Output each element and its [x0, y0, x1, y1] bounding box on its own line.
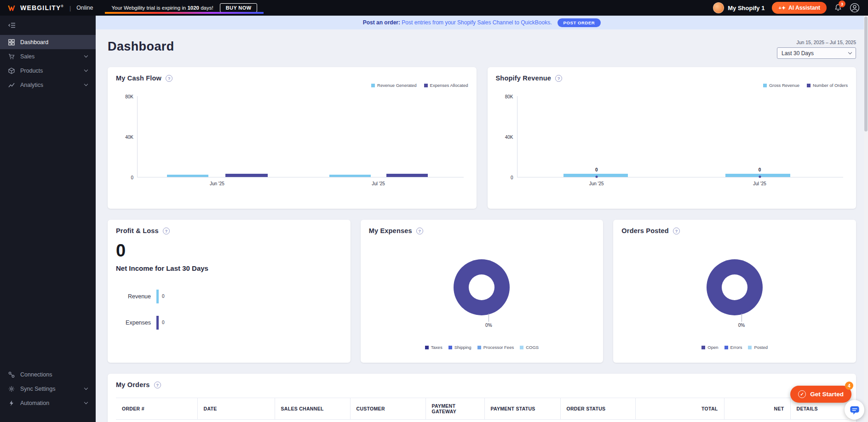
help-icon[interactable]: ? [154, 382, 161, 388]
topbar-left: WEBGILITY® | Online [0, 4, 93, 11]
scrollbar-thumb[interactable] [864, 17, 868, 131]
donut-percent-label: 0% [738, 323, 745, 328]
data-label: 0 [595, 167, 598, 172]
sidebar-item-analytics[interactable]: Analytics [0, 78, 96, 92]
column-header-payment-status[interactable]: PAYMENT STATUS [484, 398, 560, 420]
column-header-total[interactable]: TOTAL [635, 398, 724, 420]
orders-posted-donut-chart: 0% [707, 259, 763, 315]
profit-loss-chart: Revenue 0 Expenses 0 [116, 283, 342, 336]
revenue-row: Revenue 0 [116, 283, 342, 309]
page-scrollbar[interactable] [864, 16, 868, 422]
page-title: Dashboard [108, 40, 174, 54]
get-started-button[interactable]: ✓ Get Started 4 [790, 386, 851, 403]
logo-registered-mark: ® [61, 5, 64, 8]
y-tick: 80K [496, 94, 513, 99]
legend-swatch [748, 346, 752, 349]
sidebar-item-dashboard[interactable]: Dashboard [0, 35, 96, 49]
column-header-order-status[interactable]: ORDER STATUS [560, 398, 635, 420]
sidebar-item-automation[interactable]: Automation [0, 396, 96, 410]
column-header-sales-channel[interactable]: SALES CHANNEL [275, 398, 350, 420]
column-header-customer[interactable]: CUSTOMER [350, 398, 425, 420]
topbar: WEBGILITY® | Online Your Webgility trial… [0, 0, 868, 16]
net-income-value: 0 [116, 241, 342, 261]
sidebar-item-products[interactable]: Products [0, 63, 96, 78]
sidebar-item-label: Automation [20, 400, 49, 406]
legend-swatch [371, 84, 375, 87]
my-expenses-card: My Expenses ? 0% Taxes Shipping Processo… [361, 220, 604, 363]
column-header-date[interactable]: DATE [197, 398, 275, 420]
online-status-label: Online [76, 5, 93, 11]
notifications-bell[interactable]: 3 [834, 4, 842, 12]
column-header-payment-gateway[interactable]: PAYMENT GATEWAY [425, 398, 484, 420]
sidebar-item-sync-settings[interactable]: Sync Settings [0, 382, 96, 396]
gear-icon [8, 386, 15, 392]
column-header-net[interactable]: NET [724, 398, 790, 420]
sidebar-bottom: Connections Sync Settings Automation [0, 367, 96, 422]
revenue-bar [156, 290, 159, 303]
card-title: Profit & Loss [116, 227, 159, 234]
ai-assistant-button[interactable]: +✦ AI Assistant [772, 2, 827, 14]
orders-table: ORDER # DATE SALES CHANNEL CUSTOMER PAYM… [116, 398, 848, 420]
cash-flow-chart: 0 40K 80K Jun '25 Jul '25 [116, 91, 468, 189]
sidebar-collapse-icon[interactable] [0, 16, 96, 35]
orders-table-header-row: ORDER # DATE SALES CHANNEL CUSTOMER PAYM… [116, 398, 848, 420]
orders-marker [595, 176, 598, 178]
notification-badge: 3 [839, 0, 845, 7]
y-tick: 0 [116, 175, 133, 180]
expenses-row: Expenses 0 [116, 309, 342, 336]
get-started-badge: 4 [845, 382, 853, 390]
date-range-select[interactable]: Last 30 Days [777, 47, 856, 59]
help-icon[interactable]: ? [555, 75, 562, 82]
sidebar-item-sales[interactable]: Sales [0, 49, 96, 63]
y-tick: 80K [116, 94, 133, 99]
sales-icon [8, 53, 15, 60]
bar-revenue-jul [329, 175, 371, 177]
chat-launcher[interactable] [845, 400, 864, 420]
user-account-icon [850, 3, 860, 13]
webgility-logo-icon [7, 5, 16, 11]
help-icon[interactable]: ? [673, 228, 680, 234]
dashboard-icon [8, 39, 15, 46]
sidebar-item-label: Products [20, 68, 43, 74]
legend-swatch [425, 346, 429, 349]
store-avatar [713, 2, 724, 13]
chevron-down-icon [84, 68, 88, 72]
post-order-button[interactable]: POST ORDER [558, 18, 601, 27]
sidebar: Dashboard Sales Products Analytics [0, 16, 96, 422]
column-header-order-number[interactable]: ORDER # [116, 398, 197, 420]
legend-swatch [763, 84, 767, 87]
help-icon[interactable]: ? [166, 75, 172, 82]
account-menu[interactable] [850, 3, 860, 13]
shopify-revenue-legend: Gross Revenue Number of Orders [496, 83, 848, 88]
chevron-down-icon [848, 51, 852, 54]
shopify-revenue-card: Shopify Revenue ? Gross Revenue Number o… [488, 67, 857, 209]
x-tick: Jul '25 [372, 181, 385, 186]
x-tick: Jul '25 [753, 181, 766, 186]
legend-swatch [724, 346, 728, 349]
legend-swatch [520, 346, 523, 349]
help-icon[interactable]: ? [416, 228, 423, 234]
buy-now-button[interactable]: BUY NOW [220, 3, 258, 12]
products-icon [8, 68, 15, 74]
card-title: Shopify Revenue [496, 74, 552, 82]
orders-posted-card: Orders Posted ? 0% Open Errors Posted [613, 220, 856, 363]
help-icon[interactable]: ? [163, 228, 170, 234]
profit-loss-card: Profit & Loss ? 0 Net Income for Last 30… [108, 220, 351, 363]
chevron-down-icon [84, 400, 88, 404]
legend-swatch [701, 346, 705, 349]
store-selector[interactable]: My Shopify 1 [713, 2, 765, 13]
connections-icon [8, 371, 15, 378]
main-content: Post an order: Post entries from your Sh… [96, 16, 868, 422]
chat-icon [850, 405, 860, 415]
trial-banner: Your Webgility trial is expiring in 1020… [105, 0, 264, 16]
x-tick: Jun '25 [589, 181, 604, 186]
post-order-banner-text: Post an order: Post entries from your Sh… [363, 19, 552, 26]
orders-marker [759, 176, 761, 178]
legend-swatch [448, 346, 452, 349]
sidebar-item-connections[interactable]: Connections [0, 367, 96, 382]
net-income-subtitle: Net Income for Last 30 Days [116, 264, 342, 272]
data-label: 0 [759, 167, 761, 172]
y-tick: 40K [496, 135, 513, 140]
donut-percent-label: 0% [485, 323, 492, 328]
cash-flow-card: My Cash Flow ? Revenue Generated Expense… [108, 67, 477, 209]
